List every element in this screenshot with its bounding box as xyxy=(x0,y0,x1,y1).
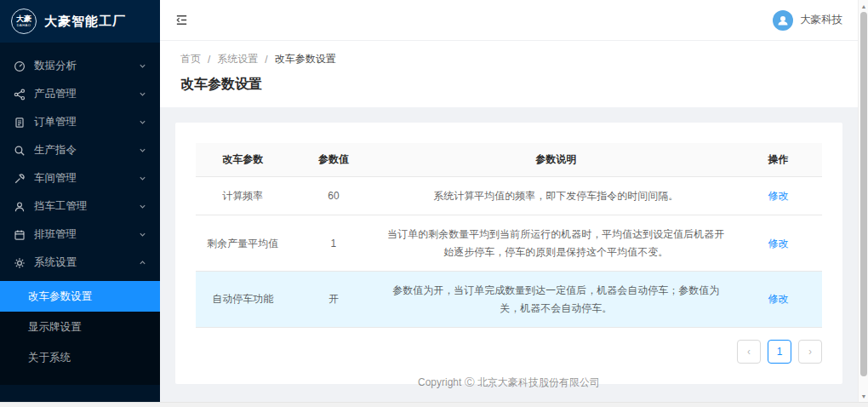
chevron-down-icon xyxy=(139,146,146,154)
dahao-logo-icon: 大豪 DAHAO xyxy=(11,9,37,34)
sidebar-item-label: 排班管理 xyxy=(34,227,77,242)
chevron-down-icon xyxy=(139,118,146,126)
chevron-down-icon xyxy=(139,203,146,210)
user-icon xyxy=(14,201,26,213)
param-name-cell: 自动停车功能 xyxy=(196,272,289,328)
sidebar-item-label: 数据分析 xyxy=(34,59,77,73)
pagination-prev-button[interactable]: ‹ xyxy=(737,340,761,364)
logo-sub-text: DAHAO xyxy=(17,23,31,27)
sidebar-item-label: 订单管理 xyxy=(34,115,77,129)
param-value-cell: 开 xyxy=(289,272,377,328)
column-header-param: 改车参数 xyxy=(196,143,289,177)
chevron-down-icon xyxy=(139,175,146,182)
top-header: 大豪科技 xyxy=(160,0,858,41)
pagination-next-button[interactable]: › xyxy=(798,340,822,364)
column-header-value: 参数值 xyxy=(289,143,377,177)
main-area: 大豪科技 首页 / 系统设置 / 改车参数设置 改车参数设置 改车参数 参数值 … xyxy=(160,0,858,402)
sidebar-item-label: 产品管理 xyxy=(34,87,77,101)
param-name-cell: 计算频率 xyxy=(196,177,289,215)
brand-header[interactable]: 大豪 DAHAO 大豪智能工厂 xyxy=(0,0,160,43)
edit-link[interactable]: 修改 xyxy=(768,293,788,305)
pagination: ‹ 1 › xyxy=(196,340,822,364)
wrench-icon xyxy=(14,173,26,185)
chevron-down-icon xyxy=(139,231,146,238)
sidebar-item-system-settings[interactable]: 系统设置 xyxy=(0,249,160,277)
logo-main-text: 大豪 xyxy=(16,15,31,23)
user-name: 大豪科技 xyxy=(800,13,842,27)
sidebar-subitem-about-system[interactable]: 关于系统 xyxy=(0,342,160,373)
sidebar-item-label: 挡车工管理 xyxy=(34,199,88,214)
sidebar-item-label: 车间管理 xyxy=(34,171,77,186)
footer-copyright: Copyright Ⓒ 北京大豪科技股份有限公司 xyxy=(160,375,858,390)
scrollbar-down-arrow[interactable]: ▼ xyxy=(859,391,868,401)
user-menu[interactable]: 大豪科技 xyxy=(773,10,842,31)
avatar xyxy=(773,10,793,31)
sidebar-item-order-management[interactable]: 订单管理 xyxy=(0,108,160,136)
param-desc-cell: 参数值为开，当订单完成数量到达一定值后，机器会自动停车；参数值为关，机器不会自动… xyxy=(377,272,734,328)
sidebar-item-product-management[interactable]: 产品管理 xyxy=(0,80,160,108)
gear-icon xyxy=(14,257,26,269)
chevron-down-icon xyxy=(139,90,146,98)
breadcrumb-item-current: 改车参数设置 xyxy=(275,52,336,66)
pagination-page-1[interactable]: 1 xyxy=(768,340,791,364)
column-header-desc: 参数说明 xyxy=(377,143,734,177)
breadcrumb-item-system-settings[interactable]: 系统设置 xyxy=(217,52,258,66)
calendar-icon xyxy=(14,229,26,241)
dashboard-icon xyxy=(14,60,26,72)
page-header: 首页 / 系统设置 / 改车参数设置 改车参数设置 xyxy=(160,41,858,107)
column-header-action: 操作 xyxy=(734,143,822,177)
sidebar-item-shift-management[interactable]: 排班管理 xyxy=(0,221,160,249)
scrollbar-thumb[interactable] xyxy=(860,12,867,376)
content-area: 改车参数 参数值 参数说明 操作 计算频率 60 系统计算平均值的频率，即下发停… xyxy=(160,107,858,402)
menu-fold-icon[interactable] xyxy=(175,14,188,26)
sidebar-item-production-orders[interactable]: 生产指令 xyxy=(0,136,160,164)
sidebar-item-operator-management[interactable]: 挡车工管理 xyxy=(0,192,160,221)
param-desc-cell: 系统计算平均值的频率，即下发停车指令的时间间隔。 xyxy=(377,177,734,215)
chevron-up-icon xyxy=(139,259,146,267)
breadcrumb-separator: / xyxy=(208,54,210,66)
params-table: 改车参数 参数值 参数说明 操作 计算频率 60 系统计算平均值的频率，即下发停… xyxy=(196,143,822,328)
search-icon xyxy=(14,145,26,157)
order-file-icon xyxy=(14,117,26,129)
page-title: 改车参数设置 xyxy=(180,76,837,94)
sidebar-item-workshop-management[interactable]: 车间管理 xyxy=(0,164,160,192)
sidebar-subitem-machine-params[interactable]: 改车参数设置 xyxy=(0,281,160,312)
sidebar-menu: 数据分析 产品管理 订单管理 生产指令 车间管理 挡车工管理 xyxy=(0,43,160,385)
table-row: 自动停车功能 开 参数值为开，当订单完成数量到达一定值后，机器会自动停车；参数值… xyxy=(196,272,822,328)
edit-link[interactable]: 修改 xyxy=(768,190,788,202)
vertical-scrollbar[interactable]: ▲ ▼ xyxy=(858,0,868,402)
table-header-row: 改车参数 参数值 参数说明 操作 xyxy=(196,143,822,177)
breadcrumb-separator: / xyxy=(265,54,267,66)
table-row: 剩余产量平均值 1 当订单的剩余数量平均到当前所运行的机器时，平均值达到设定值后… xyxy=(196,215,822,272)
edit-link[interactable]: 修改 xyxy=(768,238,788,249)
system-settings-submenu: 改车参数设置 显示牌设置 关于系统 xyxy=(0,281,160,385)
breadcrumb-item-home[interactable]: 首页 xyxy=(180,52,201,66)
sidebar-item-label: 系统设置 xyxy=(34,255,77,270)
sidebar-subitem-label: 显示牌设置 xyxy=(28,320,82,335)
param-value-cell: 1 xyxy=(289,215,377,272)
sidebar-item-label: 生产指令 xyxy=(34,143,77,158)
product-nodes-icon xyxy=(14,89,26,100)
chevron-down-icon xyxy=(139,62,146,70)
sidebar-subitem-display-board[interactable]: 显示牌设置 xyxy=(0,312,160,342)
sidebar: 大豪 DAHAO 大豪智能工厂 数据分析 产品管理 订单管理 生产指令 车间管理 xyxy=(0,0,160,403)
sidebar-subitem-label: 关于系统 xyxy=(28,351,71,365)
horizontal-scrollbar[interactable] xyxy=(0,402,868,407)
breadcrumb: 首页 / 系统设置 / 改车参数设置 xyxy=(180,52,837,66)
param-value-cell: 60 xyxy=(289,177,377,215)
brand-title: 大豪智能工厂 xyxy=(44,14,126,30)
param-desc-cell: 当订单的剩余数量平均到当前所运行的机器时，平均值达到设定值后机器开始逐步停车，停… xyxy=(377,215,734,272)
params-card: 改车参数 参数值 参数说明 操作 计算频率 60 系统计算平均值的频率，即下发停… xyxy=(175,123,842,384)
scrollbar-up-arrow[interactable]: ▲ xyxy=(859,1,868,11)
sidebar-subitem-label: 改车参数设置 xyxy=(28,289,92,304)
sidebar-item-data-analysis[interactable]: 数据分析 xyxy=(0,52,160,80)
param-name-cell: 剩余产量平均值 xyxy=(196,215,289,272)
table-row: 计算频率 60 系统计算平均值的频率，即下发停车指令的时间间隔。 修改 xyxy=(196,177,822,215)
